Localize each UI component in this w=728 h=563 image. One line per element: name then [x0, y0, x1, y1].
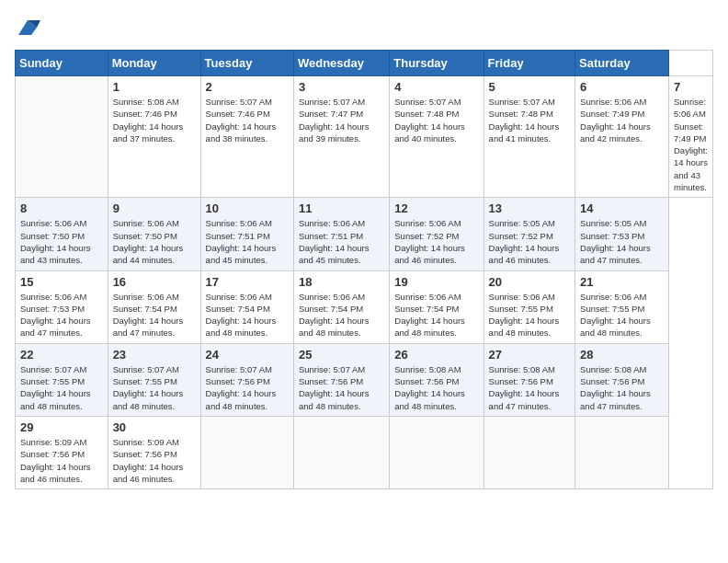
- day-info: Sunrise: 5:06 AM Sunset: 7:54 PM Dayligh…: [299, 291, 384, 339]
- day-number: 25: [299, 348, 384, 362]
- day-info: Sunrise: 5:06 AM Sunset: 7:55 PM Dayligh…: [489, 291, 570, 339]
- calendar-cell: 26Sunrise: 5:08 AM Sunset: 7:56 PM Dayli…: [390, 343, 483, 416]
- day-info: Sunrise: 5:09 AM Sunset: 7:56 PM Dayligh…: [20, 436, 103, 485]
- calendar-cell: 29Sunrise: 5:09 AM Sunset: 7:56 PM Dayli…: [16, 416, 108, 488]
- day-number: 6: [580, 80, 664, 94]
- day-info: Sunrise: 5:07 AM Sunset: 7:56 PM Dayligh…: [206, 363, 289, 412]
- calendar-cell: 5Sunrise: 5:07 AM Sunset: 7:48 PM Daylig…: [483, 76, 574, 198]
- calendar-cell: 18Sunrise: 5:06 AM Sunset: 7:54 PM Dayli…: [293, 270, 389, 343]
- day-number: 18: [299, 275, 384, 289]
- calendar-week-row: 8Sunrise: 5:06 AM Sunset: 7:50 PM Daylig…: [16, 198, 713, 270]
- day-number: 14: [580, 201, 664, 215]
- calendar-cell: [390, 416, 483, 488]
- calendar-table: SundayMondayTuesdayWednesdayThursdayFrid…: [15, 50, 713, 489]
- calendar-week-row: 1Sunrise: 5:08 AM Sunset: 7:46 PM Daylig…: [16, 76, 713, 198]
- day-number: 10: [206, 201, 289, 215]
- logo: [15, 15, 44, 40]
- weekday-header: Sunday: [16, 51, 108, 76]
- calendar-cell: 10Sunrise: 5:06 AM Sunset: 7:51 PM Dayli…: [200, 198, 293, 270]
- calendar-week-row: 22Sunrise: 5:07 AM Sunset: 7:55 PM Dayli…: [16, 343, 713, 416]
- day-number: 24: [206, 348, 289, 362]
- calendar-cell: 2Sunrise: 5:07 AM Sunset: 7:46 PM Daylig…: [200, 76, 293, 198]
- day-number: 13: [489, 201, 570, 215]
- calendar-cell: [293, 416, 389, 488]
- day-info: Sunrise: 5:08 AM Sunset: 7:56 PM Dayligh…: [394, 363, 478, 412]
- day-info: Sunrise: 5:07 AM Sunset: 7:55 PM Dayligh…: [113, 363, 196, 412]
- calendar-cell: 21Sunrise: 5:06 AM Sunset: 7:55 PM Dayli…: [575, 270, 669, 343]
- calendar-cell: 6Sunrise: 5:06 AM Sunset: 7:49 PM Daylig…: [575, 76, 669, 198]
- day-info: Sunrise: 5:06 AM Sunset: 7:52 PM Dayligh…: [394, 217, 478, 266]
- logo-icon: [15, 15, 40, 40]
- day-number: 20: [489, 275, 570, 289]
- weekday-header: Friday: [483, 51, 574, 76]
- calendar-cell: 12Sunrise: 5:06 AM Sunset: 7:52 PM Dayli…: [390, 198, 483, 270]
- day-number: 23: [113, 348, 196, 362]
- calendar-cell: 24Sunrise: 5:07 AM Sunset: 7:56 PM Dayli…: [200, 343, 293, 416]
- weekday-header: Saturday: [575, 51, 669, 76]
- weekday-header: Wednesday: [293, 51, 389, 76]
- weekday-header: Tuesday: [200, 51, 293, 76]
- calendar-cell: 23Sunrise: 5:07 AM Sunset: 7:55 PM Dayli…: [108, 343, 200, 416]
- day-number: 1: [113, 80, 196, 94]
- day-number: 28: [580, 348, 664, 362]
- day-number: 17: [206, 275, 289, 289]
- calendar-cell: 15Sunrise: 5:06 AM Sunset: 7:53 PM Dayli…: [16, 270, 108, 343]
- day-info: Sunrise: 5:06 AM Sunset: 7:49 PM Dayligh…: [580, 96, 664, 144]
- calendar-cell: 7Sunrise: 5:06 AM Sunset: 7:49 PM Daylig…: [669, 76, 713, 198]
- calendar-cell: 22Sunrise: 5:07 AM Sunset: 7:55 PM Dayli…: [16, 343, 108, 416]
- day-number: 7: [674, 80, 708, 94]
- day-info: Sunrise: 5:06 AM Sunset: 7:55 PM Dayligh…: [580, 291, 664, 339]
- day-number: 12: [394, 201, 478, 215]
- weekday-header-row: SundayMondayTuesdayWednesdayThursdayFrid…: [16, 51, 713, 76]
- weekday-header: Monday: [108, 51, 200, 76]
- day-number: 5: [489, 80, 570, 94]
- day-number: 3: [299, 80, 384, 94]
- day-info: Sunrise: 5:07 AM Sunset: 7:55 PM Dayligh…: [20, 363, 103, 412]
- calendar-cell: [200, 416, 293, 488]
- calendar-cell: 8Sunrise: 5:06 AM Sunset: 7:50 PM Daylig…: [16, 198, 108, 270]
- calendar-cell: 3Sunrise: 5:07 AM Sunset: 7:47 PM Daylig…: [293, 76, 389, 198]
- day-info: Sunrise: 5:06 AM Sunset: 7:54 PM Dayligh…: [206, 291, 289, 339]
- day-info: Sunrise: 5:07 AM Sunset: 7:48 PM Dayligh…: [394, 96, 478, 144]
- day-number: 8: [20, 201, 103, 215]
- calendar-cell: [483, 416, 574, 488]
- day-number: 19: [394, 275, 478, 289]
- day-info: Sunrise: 5:06 AM Sunset: 7:51 PM Dayligh…: [206, 217, 289, 266]
- day-info: Sunrise: 5:06 AM Sunset: 7:49 PM Dayligh…: [674, 96, 708, 193]
- page-header: [15, 15, 713, 40]
- day-number: 15: [20, 275, 103, 289]
- day-info: Sunrise: 5:09 AM Sunset: 7:56 PM Dayligh…: [113, 436, 196, 485]
- day-info: Sunrise: 5:06 AM Sunset: 7:54 PM Dayligh…: [394, 291, 478, 339]
- calendar-cell: 9Sunrise: 5:06 AM Sunset: 7:50 PM Daylig…: [108, 198, 200, 270]
- day-info: Sunrise: 5:08 AM Sunset: 7:56 PM Dayligh…: [489, 363, 570, 412]
- calendar-cell: 4Sunrise: 5:07 AM Sunset: 7:48 PM Daylig…: [390, 76, 483, 198]
- day-number: 9: [113, 201, 196, 215]
- calendar-cell: 19Sunrise: 5:06 AM Sunset: 7:54 PM Dayli…: [390, 270, 483, 343]
- day-number: 27: [489, 348, 570, 362]
- day-number: 16: [113, 275, 196, 289]
- day-number: 30: [113, 420, 196, 434]
- day-number: 29: [20, 420, 103, 434]
- day-info: Sunrise: 5:06 AM Sunset: 7:54 PM Dayligh…: [113, 291, 196, 339]
- day-number: 26: [394, 348, 478, 362]
- day-number: 21: [580, 275, 664, 289]
- day-info: Sunrise: 5:06 AM Sunset: 7:50 PM Dayligh…: [20, 217, 103, 266]
- day-info: Sunrise: 5:05 AM Sunset: 7:53 PM Dayligh…: [580, 217, 664, 266]
- calendar-cell: 14Sunrise: 5:05 AM Sunset: 7:53 PM Dayli…: [575, 198, 669, 270]
- day-info: Sunrise: 5:06 AM Sunset: 7:53 PM Dayligh…: [20, 291, 103, 339]
- calendar-cell: 11Sunrise: 5:06 AM Sunset: 7:51 PM Dayli…: [293, 198, 389, 270]
- day-info: Sunrise: 5:07 AM Sunset: 7:56 PM Dayligh…: [299, 363, 384, 412]
- calendar-cell: 28Sunrise: 5:08 AM Sunset: 7:56 PM Dayli…: [575, 343, 669, 416]
- calendar-cell: 13Sunrise: 5:05 AM Sunset: 7:52 PM Dayli…: [483, 198, 574, 270]
- day-info: Sunrise: 5:06 AM Sunset: 7:50 PM Dayligh…: [113, 217, 196, 266]
- calendar-cell: [575, 416, 669, 488]
- day-number: 2: [206, 80, 289, 94]
- day-info: Sunrise: 5:05 AM Sunset: 7:52 PM Dayligh…: [489, 217, 570, 266]
- day-info: Sunrise: 5:08 AM Sunset: 7:46 PM Dayligh…: [113, 96, 196, 144]
- calendar-cell: 25Sunrise: 5:07 AM Sunset: 7:56 PM Dayli…: [293, 343, 389, 416]
- calendar-week-row: 15Sunrise: 5:06 AM Sunset: 7:53 PM Dayli…: [16, 270, 713, 343]
- calendar-cell: 17Sunrise: 5:06 AM Sunset: 7:54 PM Dayli…: [200, 270, 293, 343]
- day-info: Sunrise: 5:07 AM Sunset: 7:48 PM Dayligh…: [489, 96, 570, 144]
- day-number: 11: [299, 201, 384, 215]
- day-info: Sunrise: 5:06 AM Sunset: 7:51 PM Dayligh…: [299, 217, 384, 266]
